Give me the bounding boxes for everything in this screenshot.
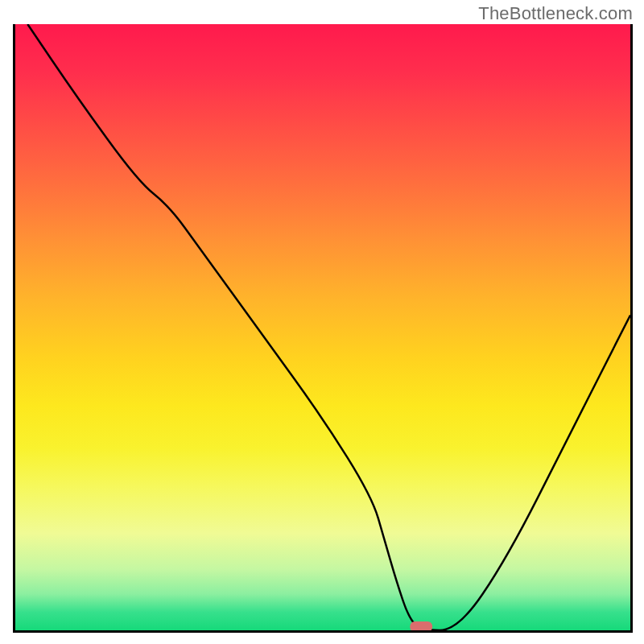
watermark-text: TheBottleneck.com	[478, 3, 633, 24]
optimum-marker	[410, 621, 432, 630]
plot-area	[13, 24, 633, 633]
bottleneck-curve	[27, 24, 630, 630]
bottleneck-chart: TheBottleneck.com	[0, 0, 644, 644]
curve-svg	[15, 24, 630, 630]
